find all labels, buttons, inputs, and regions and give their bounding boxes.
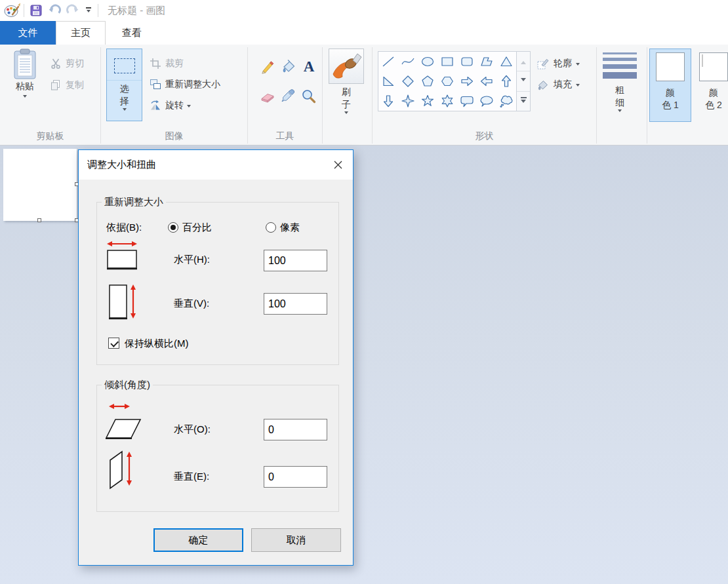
shape-rectangle-icon[interactable] bbox=[437, 52, 457, 71]
outline-icon bbox=[536, 57, 550, 70]
horizontal-skew-label: 水平(O): bbox=[174, 423, 211, 436]
brush-button[interactable]: 刷 子 bbox=[325, 49, 367, 122]
shape-rounded-callout-icon[interactable] bbox=[457, 91, 477, 111]
clipboard-group-label: 剪贴板 bbox=[0, 130, 100, 142]
vertical-skew-input[interactable] bbox=[264, 466, 327, 488]
shape-curve-icon[interactable] bbox=[398, 52, 418, 71]
dialog-titlebar[interactable]: 调整大小和扭曲 bbox=[79, 150, 353, 180]
shape-down-arrow-icon[interactable] bbox=[378, 91, 398, 111]
copy-button[interactable]: 复制 bbox=[50, 77, 84, 93]
titlebar-separator bbox=[98, 4, 98, 17]
shape-hexagon-icon[interactable] bbox=[437, 71, 457, 91]
undo-button[interactable] bbox=[45, 2, 64, 19]
canvas-resize-handle-bottom[interactable] bbox=[37, 218, 41, 222]
tab-file[interactable]: 文件 bbox=[0, 21, 56, 45]
shapes-scroll-down-button[interactable] bbox=[517, 71, 530, 91]
color2-label-line1: 颜 bbox=[709, 87, 718, 99]
close-button[interactable] bbox=[323, 150, 353, 180]
resize-group: 重新调整大小 依据(B): 百分比 像素 水平(H): 垂直(V): bbox=[96, 202, 339, 365]
percent-radio[interactable] bbox=[168, 222, 178, 233]
triangle-up-icon bbox=[521, 58, 526, 64]
shapes-more-button[interactable] bbox=[517, 92, 530, 111]
shape-cloud-callout-icon[interactable] bbox=[496, 91, 516, 111]
text-tool[interactable]: A bbox=[300, 57, 318, 75]
ok-button[interactable]: 确定 bbox=[153, 528, 243, 552]
size-label-line2: 细 bbox=[615, 96, 624, 109]
shape-diamond-icon[interactable] bbox=[398, 71, 418, 91]
paste-label: 粘贴 bbox=[16, 80, 34, 92]
shape-up-arrow-icon[interactable] bbox=[496, 71, 516, 91]
chevron-down-icon bbox=[618, 109, 622, 114]
color-picker-tool[interactable] bbox=[279, 87, 298, 106]
eraser-tool[interactable] bbox=[258, 87, 277, 106]
shape-line-icon[interactable] bbox=[378, 52, 398, 71]
select-label-line2: 择 bbox=[120, 95, 129, 107]
resize-button[interactable]: 重新调整大小 bbox=[150, 77, 220, 92]
customize-qat-button[interactable] bbox=[82, 2, 95, 19]
triangle-down-icon bbox=[521, 100, 526, 106]
image-group-label: 图像 bbox=[101, 130, 247, 142]
color1-button[interactable]: 颜 色 1 bbox=[649, 49, 691, 122]
percent-radio-label[interactable]: 百分比 bbox=[182, 221, 212, 234]
shape-right-arrow-icon[interactable] bbox=[457, 71, 477, 91]
tab-view[interactable]: 查看 bbox=[106, 21, 158, 45]
line-thickness-icon bbox=[603, 52, 637, 79]
magnifier-icon bbox=[301, 88, 317, 104]
maintain-aspect-checkbox[interactable] bbox=[108, 338, 119, 349]
magnifier-tool[interactable] bbox=[300, 87, 318, 106]
shape-right-triangle-icon[interactable] bbox=[378, 71, 398, 91]
shape-oval-callout-icon[interactable] bbox=[477, 91, 496, 111]
select-button[interactable]: 选 择 bbox=[106, 49, 142, 121]
vertical-percent-input[interactable] bbox=[264, 293, 327, 315]
horizontal-skew-input[interactable] bbox=[264, 419, 327, 440]
shape-ellipse-icon[interactable] bbox=[418, 52, 437, 71]
rotate-button[interactable]: 旋转 bbox=[150, 98, 191, 113]
window-title: 无标题 - 画图 bbox=[108, 5, 165, 17]
eraser-icon bbox=[260, 88, 275, 104]
pixels-radio[interactable] bbox=[266, 222, 276, 233]
shape-pentagon-icon[interactable] bbox=[418, 71, 437, 91]
pencil-icon bbox=[260, 58, 275, 74]
shape-six-point-star-icon[interactable] bbox=[437, 91, 457, 111]
paste-button[interactable]: 粘贴 bbox=[7, 49, 43, 122]
pixels-radio-label[interactable]: 像素 bbox=[280, 221, 300, 234]
redo-button[interactable] bbox=[64, 2, 82, 19]
brush-label-line2: 子 bbox=[342, 98, 351, 111]
resize-skew-dialog: 调整大小和扭曲 重新调整大小 依据(B): 百分比 像素 水平(H): bbox=[78, 149, 354, 566]
shapes-scrollbar bbox=[516, 51, 531, 111]
shapes-scroll-up-button[interactable] bbox=[517, 52, 530, 71]
shape-polygon-icon[interactable] bbox=[477, 52, 496, 71]
copy-label: 复制 bbox=[66, 79, 84, 91]
pencil-tool[interactable] bbox=[258, 57, 277, 75]
paint-logo-icon[interactable] bbox=[3, 2, 21, 19]
cancel-button[interactable]: 取消 bbox=[251, 528, 341, 552]
tab-home[interactable]: 主页 bbox=[56, 21, 106, 45]
fill-shape-button[interactable]: 填充 bbox=[536, 77, 580, 92]
save-button[interactable] bbox=[27, 2, 45, 19]
size-button[interactable]: 粗 细 bbox=[599, 49, 640, 122]
fill-label: 填充 bbox=[554, 79, 572, 90]
rotate-icon bbox=[150, 100, 161, 111]
chevron-down-icon bbox=[23, 95, 27, 100]
color1-label-line1: 颜 bbox=[666, 87, 675, 99]
shape-left-arrow-icon[interactable] bbox=[477, 71, 496, 91]
vertical-percent-label: 垂直(V): bbox=[174, 297, 209, 310]
close-icon bbox=[334, 161, 342, 169]
cut-button[interactable]: 剪切 bbox=[50, 56, 84, 71]
color2-button[interactable]: 颜 色 2 bbox=[693, 49, 728, 122]
horizontal-percent-input[interactable] bbox=[264, 250, 327, 271]
canvas[interactable] bbox=[3, 149, 77, 221]
skew-group-title: 倾斜(角度) bbox=[102, 379, 153, 391]
shape-five-point-star-icon[interactable] bbox=[418, 91, 437, 111]
fill-tool[interactable] bbox=[279, 57, 298, 75]
group-divider bbox=[372, 47, 373, 144]
maintain-aspect-label[interactable]: 保持纵横比(M) bbox=[125, 337, 189, 350]
crop-button[interactable]: 裁剪 bbox=[150, 56, 184, 71]
shape-rounded-rectangle-icon[interactable] bbox=[457, 52, 477, 71]
shape-four-point-star-icon[interactable] bbox=[398, 91, 418, 111]
shape-triangle-icon[interactable] bbox=[496, 52, 516, 71]
workarea: 调整大小和扭曲 重新调整大小 依据(B): 百分比 像素 水平(H): bbox=[0, 146, 728, 584]
vertical-skew-icon bbox=[108, 448, 138, 492]
outline-button[interactable]: 轮廓 bbox=[536, 56, 580, 71]
resize-group-title: 重新调整大小 bbox=[102, 196, 166, 208]
